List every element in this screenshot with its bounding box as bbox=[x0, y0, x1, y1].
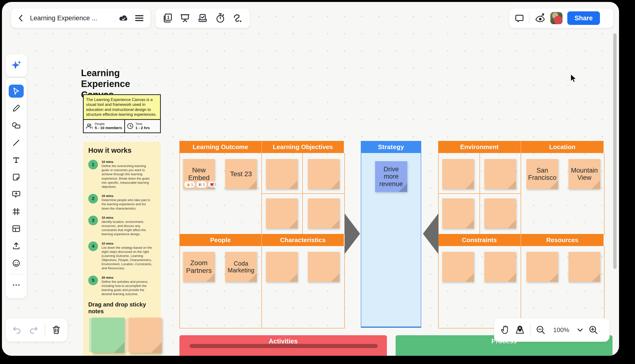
zone-header-strategy[interactable]: Strategy bbox=[361, 141, 421, 153]
how-it-works-panel[interactable]: How it works 1 10 mins Define the overar… bbox=[83, 142, 161, 356]
pan-hand-button[interactable] bbox=[500, 325, 510, 335]
sticky-note-blank[interactable] bbox=[568, 252, 600, 282]
sticky-note-drive-more-revenue[interactable]: Drive more revenue bbox=[375, 161, 407, 192]
how-step-5: 5 20 mins Define the activities and proc… bbox=[86, 276, 157, 296]
redo-button[interactable] bbox=[29, 326, 38, 334]
pen-tool[interactable] bbox=[9, 102, 24, 115]
horizontal-scrollbar[interactable] bbox=[190, 344, 378, 348]
sticky-note-blank[interactable] bbox=[484, 159, 516, 189]
document-toolbar: Learning Experience ... bbox=[11, 8, 151, 28]
sticky-note-san-francisco[interactable]: San Francisco bbox=[526, 159, 558, 189]
timer-button[interactable] bbox=[215, 12, 226, 24]
zoom-out-button[interactable] bbox=[536, 325, 545, 335]
how-step-3: 3 10 mins Identify location, environment… bbox=[86, 216, 157, 236]
comments-button[interactable] bbox=[514, 13, 524, 23]
sticky-note-coda-marketing[interactable]: Coda Marketing bbox=[225, 252, 257, 282]
step-text: Determine people who take part in the le… bbox=[102, 198, 150, 210]
zone-header-people[interactable]: People bbox=[179, 234, 262, 246]
zone-header-location[interactable]: Location bbox=[521, 141, 603, 153]
ai-assistant-card bbox=[6, 54, 27, 76]
collaboration-toolbar: 1 bbox=[155, 8, 250, 28]
step-duration: 10 mins bbox=[102, 242, 113, 245]
present-button[interactable] bbox=[179, 12, 191, 24]
frames-button[interactable]: 1 bbox=[162, 12, 173, 24]
zone-header-characteristics[interactable]: Characteristics bbox=[262, 234, 344, 246]
document-title[interactable]: Learning Experience ... bbox=[30, 14, 112, 22]
sticky-note-mountain-view[interactable]: Mountain View bbox=[568, 159, 600, 189]
shapes-tool[interactable] bbox=[9, 119, 24, 132]
people-value: 5 - 10 members bbox=[95, 126, 122, 130]
sticky-note-blank[interactable] bbox=[308, 198, 339, 228]
emoji-tool[interactable] bbox=[9, 257, 24, 270]
sticky-note-blank[interactable] bbox=[526, 252, 558, 282]
reaction-heart[interactable]: ❤️1 bbox=[208, 181, 219, 188]
share-button[interactable]: Share bbox=[567, 11, 600, 25]
delete-button[interactable] bbox=[52, 325, 61, 334]
sticky-note-blank[interactable] bbox=[266, 159, 298, 189]
sticky-note-blank[interactable] bbox=[442, 252, 474, 282]
toolbar-divider bbox=[530, 324, 530, 336]
back-button[interactable] bbox=[18, 14, 24, 22]
people-meta-cell: People 5 - 10 members bbox=[84, 120, 125, 132]
canvas-description-note[interactable]: The Learning Experience Canvas is a visu… bbox=[84, 95, 160, 120]
reaction-party[interactable]: 🎉1 bbox=[196, 181, 207, 188]
sticky-note-zoom-partners[interactable]: Zoom Partners bbox=[183, 252, 215, 282]
sticky-note-blank[interactable] bbox=[266, 252, 298, 282]
sticky-note-blank[interactable] bbox=[484, 252, 516, 282]
vote-button[interactable] bbox=[197, 12, 208, 24]
text-tool[interactable] bbox=[9, 154, 24, 166]
ai-sparkle-button[interactable] bbox=[10, 59, 23, 72]
frame-tool[interactable] bbox=[9, 205, 24, 218]
more-tools-button[interactable] bbox=[9, 278, 24, 292]
step-number-badge: 3 bbox=[88, 216, 98, 225]
zone-header-activities[interactable]: Activities bbox=[179, 335, 387, 356]
sticky-note-blank[interactable] bbox=[266, 198, 298, 228]
add-comment-tool[interactable] bbox=[9, 188, 24, 201]
sticky-note-blank[interactable] bbox=[442, 159, 474, 189]
sticky-note-new-embed[interactable]: New Embed 👍1 🎉1 ❤️1 bbox=[183, 159, 215, 189]
sticky-note-blank[interactable] bbox=[308, 159, 339, 189]
sticky-note-tool[interactable] bbox=[9, 171, 24, 184]
zone-divider bbox=[262, 193, 344, 194]
people-icon bbox=[86, 123, 93, 129]
zone-divider bbox=[261, 246, 262, 328]
sticky-note-blank[interactable] bbox=[484, 198, 516, 228]
step-duration: 20 mins bbox=[102, 276, 113, 280]
sticky-reactions: 👍1 🎉1 ❤️1 bbox=[184, 181, 219, 188]
svg-text:1: 1 bbox=[167, 15, 170, 20]
step-text: Identify location, environment, resource… bbox=[102, 220, 146, 236]
zoom-in-button[interactable] bbox=[588, 325, 598, 335]
sticky-note-blank[interactable] bbox=[308, 252, 339, 282]
green-sticky-stack[interactable] bbox=[89, 318, 125, 353]
step-duration: 10 mins bbox=[102, 160, 113, 164]
select-tool[interactable] bbox=[9, 84, 24, 98]
lasso-collect-button[interactable] bbox=[232, 12, 244, 24]
sticky-note-blank[interactable] bbox=[442, 198, 474, 228]
history-toolbar bbox=[6, 318, 68, 342]
zoom-menu-chevron[interactable] bbox=[577, 328, 583, 332]
sticky-note-test-23[interactable]: Test 23 bbox=[225, 159, 257, 189]
line-tool[interactable] bbox=[9, 136, 24, 149]
zoom-level-value[interactable]: 100% bbox=[551, 326, 572, 334]
user-avatar[interactable] bbox=[550, 12, 562, 24]
minimap-button[interactable] bbox=[515, 325, 525, 335]
template-tool[interactable] bbox=[9, 222, 24, 235]
zone-header-constraints[interactable]: Constraints bbox=[438, 234, 521, 246]
toolbar-divider bbox=[45, 324, 45, 336]
flow-arrow-right-icon bbox=[345, 214, 360, 254]
presence-eye-button[interactable] bbox=[534, 13, 545, 24]
zone-header-environment[interactable]: Environment bbox=[438, 141, 521, 153]
step-text: Define the activities and process, inclu… bbox=[102, 280, 149, 296]
zone-header-learning-objectives[interactable]: Learning Objectives bbox=[262, 141, 344, 153]
main-menu-button[interactable] bbox=[135, 15, 144, 22]
vertical-scrollbar[interactable] bbox=[613, 33, 617, 269]
canvas-info-box[interactable]: The Learning Experience Canvas is a visu… bbox=[83, 94, 161, 133]
zone-header-learning-outcome[interactable]: Learning Outcome bbox=[179, 141, 262, 153]
orange-sticky-stack[interactable] bbox=[127, 318, 162, 353]
undo-button[interactable] bbox=[13, 326, 22, 334]
time-meta-cell: Time 1 - 2 hrs bbox=[125, 120, 160, 132]
upload-tool[interactable] bbox=[9, 239, 24, 252]
reaction-thumbsup[interactable]: 👍1 bbox=[184, 181, 195, 188]
zone-header-resources[interactable]: Resources bbox=[521, 234, 603, 246]
step-text: List down the strategy based on the eigh… bbox=[102, 246, 152, 270]
